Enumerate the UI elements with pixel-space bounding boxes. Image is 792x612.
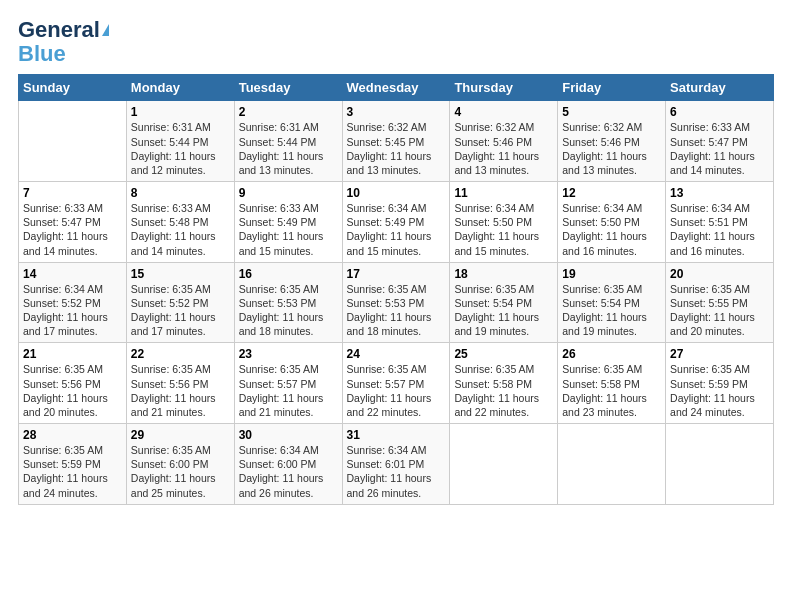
- calendar-cell: [666, 424, 774, 505]
- cell-info: Sunrise: 6:31 AM: [239, 121, 319, 133]
- week-row-2: 7Sunrise: 6:33 AMSunset: 5:47 PMDaylight…: [19, 182, 774, 263]
- date-number: 30: [239, 428, 338, 442]
- cell-info: Sunset: 6:00 PM: [131, 458, 209, 470]
- calendar-cell: 18Sunrise: 6:35 AMSunset: 5:54 PMDayligh…: [450, 262, 558, 343]
- cell-info: Sunrise: 6:35 AM: [347, 283, 427, 295]
- calendar-cell: 24Sunrise: 6:35 AMSunset: 5:57 PMDayligh…: [342, 343, 450, 424]
- cell-info: Daylight: 11 hours: [131, 230, 216, 242]
- cell-info: Sunset: 5:54 PM: [562, 297, 640, 309]
- cell-info: Sunset: 5:45 PM: [347, 136, 425, 148]
- cell-info: Sunrise: 6:35 AM: [454, 283, 534, 295]
- cell-info: Sunset: 5:57 PM: [347, 378, 425, 390]
- cell-info: and 19 minutes.: [562, 325, 637, 337]
- cell-info: Sunrise: 6:35 AM: [670, 363, 750, 375]
- cell-info: Daylight: 11 hours: [23, 392, 108, 404]
- calendar-cell: 29Sunrise: 6:35 AMSunset: 6:00 PMDayligh…: [126, 424, 234, 505]
- cell-info: Sunrise: 6:34 AM: [347, 202, 427, 214]
- calendar-cell: 8Sunrise: 6:33 AMSunset: 5:48 PMDaylight…: [126, 182, 234, 263]
- calendar-cell: 4Sunrise: 6:32 AMSunset: 5:46 PMDaylight…: [450, 101, 558, 182]
- cell-info: and 13 minutes.: [562, 164, 637, 176]
- cell-info: Sunrise: 6:34 AM: [347, 444, 427, 456]
- cell-info: Sunset: 6:01 PM: [347, 458, 425, 470]
- date-number: 2: [239, 105, 338, 119]
- calendar-cell: 17Sunrise: 6:35 AMSunset: 5:53 PMDayligh…: [342, 262, 450, 343]
- cell-info: Daylight: 11 hours: [670, 311, 755, 323]
- cell-info: Sunrise: 6:33 AM: [670, 121, 750, 133]
- date-number: 4: [454, 105, 553, 119]
- date-number: 14: [23, 267, 122, 281]
- date-number: 25: [454, 347, 553, 361]
- cell-info: and 20 minutes.: [23, 406, 98, 418]
- header-row: SundayMondayTuesdayWednesdayThursdayFrid…: [19, 75, 774, 101]
- week-row-1: 1Sunrise: 6:31 AMSunset: 5:44 PMDaylight…: [19, 101, 774, 182]
- calendar-cell: 21Sunrise: 6:35 AMSunset: 5:56 PMDayligh…: [19, 343, 127, 424]
- day-header-thursday: Thursday: [450, 75, 558, 101]
- cell-info: Sunrise: 6:34 AM: [562, 202, 642, 214]
- cell-info: Daylight: 11 hours: [131, 150, 216, 162]
- cell-info: Sunrise: 6:35 AM: [239, 363, 319, 375]
- cell-info: Sunrise: 6:35 AM: [23, 444, 103, 456]
- page: General Blue SundayMondayTuesdayWednesda…: [0, 0, 792, 612]
- calendar-cell: 16Sunrise: 6:35 AMSunset: 5:53 PMDayligh…: [234, 262, 342, 343]
- date-number: 22: [131, 347, 230, 361]
- cell-info: and 15 minutes.: [454, 245, 529, 257]
- cell-info: and 17 minutes.: [131, 325, 206, 337]
- cell-info: Sunrise: 6:33 AM: [23, 202, 103, 214]
- cell-info: Daylight: 11 hours: [239, 150, 324, 162]
- cell-info: and 22 minutes.: [347, 406, 422, 418]
- cell-info: and 16 minutes.: [562, 245, 637, 257]
- day-header-tuesday: Tuesday: [234, 75, 342, 101]
- cell-info: Sunset: 5:59 PM: [670, 378, 748, 390]
- day-header-wednesday: Wednesday: [342, 75, 450, 101]
- cell-info: Sunrise: 6:35 AM: [131, 283, 211, 295]
- cell-info: Sunset: 5:53 PM: [239, 297, 317, 309]
- cell-info: Sunrise: 6:32 AM: [347, 121, 427, 133]
- calendar-cell: 31Sunrise: 6:34 AMSunset: 6:01 PMDayligh…: [342, 424, 450, 505]
- cell-info: and 23 minutes.: [562, 406, 637, 418]
- cell-info: Sunrise: 6:34 AM: [670, 202, 750, 214]
- cell-info: Daylight: 11 hours: [347, 230, 432, 242]
- cell-info: and 22 minutes.: [454, 406, 529, 418]
- cell-info: Sunset: 5:44 PM: [239, 136, 317, 148]
- cell-info: Sunset: 5:56 PM: [23, 378, 101, 390]
- calendar-cell: 6Sunrise: 6:33 AMSunset: 5:47 PMDaylight…: [666, 101, 774, 182]
- cell-info: and 24 minutes.: [670, 406, 745, 418]
- cell-info: Sunrise: 6:33 AM: [239, 202, 319, 214]
- calendar-cell: 25Sunrise: 6:35 AMSunset: 5:58 PMDayligh…: [450, 343, 558, 424]
- calendar-cell: [450, 424, 558, 505]
- cell-info: Sunrise: 6:34 AM: [454, 202, 534, 214]
- cell-info: Sunset: 6:00 PM: [239, 458, 317, 470]
- cell-info: Daylight: 11 hours: [131, 472, 216, 484]
- cell-info: Daylight: 11 hours: [23, 230, 108, 242]
- calendar-cell: 30Sunrise: 6:34 AMSunset: 6:00 PMDayligh…: [234, 424, 342, 505]
- cell-info: Daylight: 11 hours: [454, 230, 539, 242]
- calendar-cell: 27Sunrise: 6:35 AMSunset: 5:59 PMDayligh…: [666, 343, 774, 424]
- date-number: 15: [131, 267, 230, 281]
- cell-info: Sunrise: 6:33 AM: [131, 202, 211, 214]
- logo-triangle-icon: [102, 24, 109, 36]
- logo: General Blue: [18, 18, 109, 66]
- calendar-cell: 11Sunrise: 6:34 AMSunset: 5:50 PMDayligh…: [450, 182, 558, 263]
- calendar-cell: [19, 101, 127, 182]
- cell-info: Daylight: 11 hours: [562, 392, 647, 404]
- date-number: 12: [562, 186, 661, 200]
- cell-info: Sunset: 5:49 PM: [239, 216, 317, 228]
- date-number: 26: [562, 347, 661, 361]
- cell-info: Sunset: 5:52 PM: [131, 297, 209, 309]
- cell-info: Sunset: 5:54 PM: [454, 297, 532, 309]
- cell-info: Sunset: 5:57 PM: [239, 378, 317, 390]
- cell-info: Sunset: 5:55 PM: [670, 297, 748, 309]
- calendar-cell: 5Sunrise: 6:32 AMSunset: 5:46 PMDaylight…: [558, 101, 666, 182]
- date-number: 28: [23, 428, 122, 442]
- cell-info: and 19 minutes.: [454, 325, 529, 337]
- cell-info: Daylight: 11 hours: [670, 392, 755, 404]
- cell-info: Sunrise: 6:35 AM: [562, 363, 642, 375]
- cell-info: Sunrise: 6:32 AM: [562, 121, 642, 133]
- cell-info: Sunset: 5:47 PM: [670, 136, 748, 148]
- date-number: 27: [670, 347, 769, 361]
- cell-info: and 14 minutes.: [23, 245, 98, 257]
- cell-info: Sunrise: 6:35 AM: [239, 283, 319, 295]
- cell-info: and 25 minutes.: [131, 487, 206, 499]
- date-number: 31: [347, 428, 446, 442]
- day-header-friday: Friday: [558, 75, 666, 101]
